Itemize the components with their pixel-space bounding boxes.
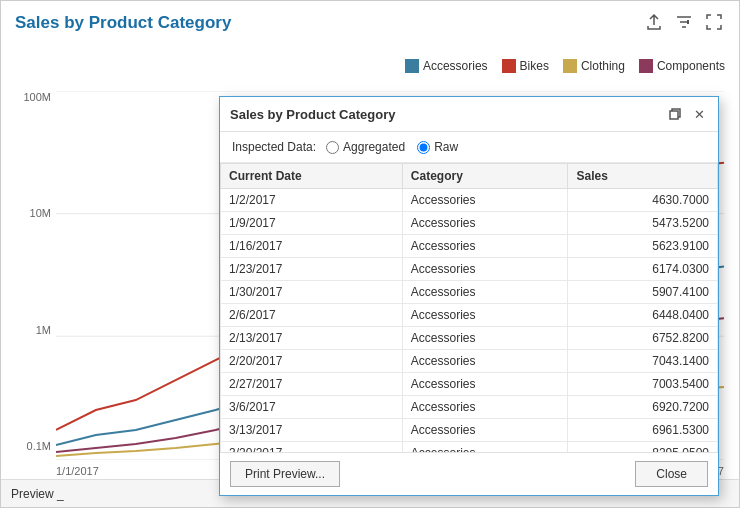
close-button[interactable]: Close	[635, 461, 708, 487]
cell-category: Accessories	[402, 373, 568, 396]
cell-category: Accessories	[402, 419, 568, 442]
table-row: 3/13/2017 Accessories 6961.5300	[221, 419, 718, 442]
col-header-date: Current Date	[221, 164, 403, 189]
cell-date: 1/16/2017	[221, 235, 403, 258]
table-row: 3/6/2017 Accessories 6920.7200	[221, 396, 718, 419]
table-row: 1/2/2017 Accessories 4630.7000	[221, 189, 718, 212]
cell-sales: 5473.5200	[568, 212, 718, 235]
main-container: Sales by Product Category	[0, 0, 740, 508]
cell-category: Accessories	[402, 350, 568, 373]
table-row: 2/6/2017 Accessories 6448.0400	[221, 304, 718, 327]
cell-category: Accessories	[402, 327, 568, 350]
cell-date: 3/6/2017	[221, 396, 403, 419]
cell-sales: 8295.0500	[568, 442, 718, 454]
cell-date: 1/30/2017	[221, 281, 403, 304]
radio-raw-input[interactable]	[417, 141, 430, 154]
table-row: 1/16/2017 Accessories 5623.9100	[221, 235, 718, 258]
table-header-row: Current Date Category Sales	[221, 164, 718, 189]
radio-aggregated-input[interactable]	[326, 141, 339, 154]
modal-footer: Print Preview... Close	[220, 453, 718, 495]
print-preview-button[interactable]: Print Preview...	[230, 461, 340, 487]
cell-category: Accessories	[402, 442, 568, 454]
cell-sales: 6920.7200	[568, 396, 718, 419]
cell-sales: 7003.5400	[568, 373, 718, 396]
data-table-container[interactable]: Current Date Category Sales 1/2/2017 Acc…	[220, 163, 718, 453]
cell-date: 3/13/2017	[221, 419, 403, 442]
cell-sales: 4630.7000	[568, 189, 718, 212]
cell-date: 2/6/2017	[221, 304, 403, 327]
cell-sales: 6174.0300	[568, 258, 718, 281]
modal-title: Sales by Product Category	[230, 107, 395, 122]
cell-date: 3/20/2017	[221, 442, 403, 454]
table-row: 3/20/2017 Accessories 8295.0500	[221, 442, 718, 454]
modal-titlebar: Sales by Product Category ✕	[220, 97, 718, 132]
cell-date: 2/20/2017	[221, 350, 403, 373]
table-row: 2/27/2017 Accessories 7003.5400	[221, 373, 718, 396]
cell-date: 1/23/2017	[221, 258, 403, 281]
radio-aggregated[interactable]: Aggregated	[326, 140, 405, 154]
radio-aggregated-label: Aggregated	[343, 140, 405, 154]
inspected-label: Inspected Data:	[232, 140, 316, 154]
cell-sales: 5907.4100	[568, 281, 718, 304]
svg-rect-5	[670, 111, 678, 119]
cell-sales: 7043.1400	[568, 350, 718, 373]
cell-date: 2/13/2017	[221, 327, 403, 350]
cell-category: Accessories	[402, 396, 568, 419]
col-header-sales: Sales	[568, 164, 718, 189]
table-row: 1/30/2017 Accessories 5907.4100	[221, 281, 718, 304]
table-body: 1/2/2017 Accessories 4630.7000 1/9/2017 …	[221, 189, 718, 454]
data-table: Current Date Category Sales 1/2/2017 Acc…	[220, 163, 718, 453]
cell-sales: 6961.5300	[568, 419, 718, 442]
cell-sales: 5623.9100	[568, 235, 718, 258]
cell-sales: 6448.0400	[568, 304, 718, 327]
cell-category: Accessories	[402, 189, 568, 212]
cell-date: 1/2/2017	[221, 189, 403, 212]
cell-category: Accessories	[402, 304, 568, 327]
table-row: 2/20/2017 Accessories 7043.1400	[221, 350, 718, 373]
radio-raw-label: Raw	[434, 140, 458, 154]
modal-dialog: Sales by Product Category ✕ Inspected Da…	[219, 96, 719, 496]
table-row: 1/23/2017 Accessories 6174.0300	[221, 258, 718, 281]
col-header-category: Category	[402, 164, 568, 189]
cell-category: Accessories	[402, 281, 568, 304]
table-row: 2/13/2017 Accessories 6752.8200	[221, 327, 718, 350]
radio-group: Aggregated Raw	[326, 140, 458, 154]
modal-overlay: Sales by Product Category ✕ Inspected Da…	[1, 1, 739, 507]
cell-category: Accessories	[402, 235, 568, 258]
modal-close-button[interactable]: ✕	[690, 105, 708, 123]
table-row: 1/9/2017 Accessories 5473.5200	[221, 212, 718, 235]
cell-date: 2/27/2017	[221, 373, 403, 396]
modal-title-buttons: ✕	[666, 105, 708, 123]
inspected-data-row: Inspected Data: Aggregated Raw	[220, 132, 718, 163]
cell-sales: 6752.8200	[568, 327, 718, 350]
cell-date: 1/9/2017	[221, 212, 403, 235]
cell-category: Accessories	[402, 258, 568, 281]
modal-restore-button[interactable]	[666, 105, 684, 123]
radio-raw[interactable]: Raw	[417, 140, 458, 154]
cell-category: Accessories	[402, 212, 568, 235]
